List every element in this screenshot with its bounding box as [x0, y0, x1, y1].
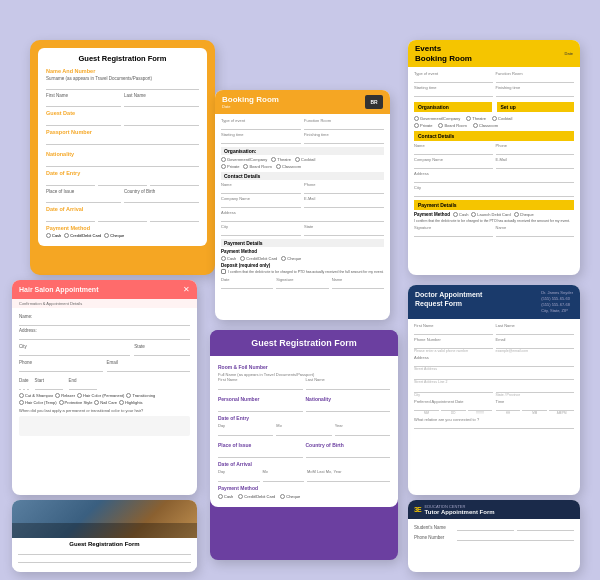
card3-name2-field[interactable] [496, 230, 575, 237]
card7-field1[interactable] [18, 549, 191, 555]
card4-svc-relaxer[interactable]: Relaxer [55, 393, 75, 398]
card5-apt-yyyy[interactable] [468, 404, 493, 411]
card5-address2-field[interactable] [414, 373, 574, 380]
card6-personal-field[interactable] [218, 404, 303, 412]
card1-firstname-field[interactable] [46, 99, 121, 107]
card2-pay-cash[interactable]: Cash [221, 256, 236, 261]
card2-org-private[interactable]: Private [221, 164, 239, 169]
card4-city-field[interactable] [19, 349, 130, 356]
card2-org-theatre[interactable]: Theatre [271, 157, 291, 162]
card2-pay-cheque[interactable]: Cheque [281, 256, 301, 261]
card4-svc-transition[interactable]: Transitioning [126, 393, 155, 398]
card4-svc-protective[interactable]: Protective Style [59, 400, 93, 405]
card5-email-field[interactable] [496, 342, 575, 349]
card4-phone-field[interactable] [19, 365, 103, 372]
card5-time-hh[interactable] [496, 404, 521, 411]
card3-start-field[interactable] [414, 90, 493, 97]
card4-date-mo[interactable] [19, 383, 21, 390]
card3-finish-field[interactable] [496, 90, 575, 97]
card5-lastname-field[interactable] [496, 328, 575, 335]
card6-yr-field[interactable] [335, 428, 390, 436]
card4-email-field[interactable] [107, 365, 191, 372]
card4-svc-nail[interactable]: Nail Care [94, 400, 117, 405]
card3-phone-field[interactable] [496, 148, 575, 155]
card3-function-field[interactable] [496, 76, 575, 83]
card2-address-field[interactable] [221, 215, 384, 222]
card2-deposit-checkbox[interactable] [221, 269, 226, 274]
card1-nationality-field[interactable] [46, 159, 199, 167]
card1-arr-day[interactable] [46, 214, 95, 222]
card1-field1[interactable] [46, 82, 199, 90]
card3-private[interactable]: Private [414, 123, 432, 128]
card1-place-field[interactable] [46, 195, 121, 203]
card6-arr-mo-field[interactable] [263, 474, 305, 482]
card6-pay-cheque[interactable]: Cheque [280, 494, 300, 499]
card1-passport-field[interactable] [46, 137, 199, 145]
card3-pay-cash[interactable]: Cash [453, 212, 468, 217]
card2-org-gov[interactable]: Government/Company [221, 157, 267, 162]
card3-cocktail[interactable]: Cocktail [492, 116, 512, 121]
card5-address-field[interactable] [414, 360, 574, 367]
card4-textarea[interactable] [19, 416, 190, 436]
card4-date-dd[interactable] [23, 383, 25, 390]
card3-address-field[interactable] [414, 176, 574, 183]
card6-mo-field[interactable] [276, 428, 331, 436]
card1-lastname-field[interactable] [124, 99, 199, 107]
card6-first-field[interactable] [218, 382, 303, 390]
card4-svc-colortemp[interactable]: Hair Color (Temp) [19, 400, 57, 405]
card2-start-field[interactable] [221, 137, 301, 144]
card3-gov[interactable]: Government/Company [414, 116, 460, 121]
card1-pay-cheque[interactable]: Cheque [104, 233, 124, 238]
card2-date2-field[interactable] [221, 282, 273, 289]
card3-theatre[interactable]: Theatre [466, 116, 486, 121]
card3-signature-field[interactable] [414, 230, 493, 237]
card2-event-type-field[interactable] [221, 123, 301, 130]
card1-date-to[interactable] [124, 118, 199, 126]
card2-name-field[interactable] [221, 187, 301, 194]
card8-firstname-field[interactable] [457, 523, 514, 531]
card4-svc-cut[interactable]: Cut & Shampoo [19, 393, 53, 398]
card2-signature-field[interactable] [276, 282, 328, 289]
card2-function-room-field[interactable] [304, 123, 384, 130]
card4-state-field[interactable] [134, 349, 190, 356]
card5-time-mm[interactable] [522, 404, 547, 411]
card1-arr-mo[interactable] [98, 214, 147, 222]
card6-country-field[interactable] [306, 450, 391, 458]
card6-pay-card[interactable]: Credit/Debit Card [238, 494, 275, 499]
card2-company-field[interactable] [221, 201, 301, 208]
card4-date-yr[interactable] [27, 383, 29, 390]
card4-end-field[interactable] [69, 383, 97, 390]
card5-apt-dd[interactable] [441, 404, 466, 411]
card3-pay-debit[interactable]: Launch Debit Card [471, 212, 510, 217]
card5-city-field[interactable] [414, 386, 493, 393]
card7-field2[interactable] [18, 557, 191, 563]
card2-name2-field[interactable] [332, 282, 384, 289]
card5-referred-field[interactable] [414, 422, 574, 429]
card6-day-field[interactable] [218, 428, 273, 436]
card2-phone-field[interactable] [304, 187, 384, 194]
card2-org-classroom[interactable]: Classroom [276, 164, 301, 169]
card2-city-field[interactable] [221, 229, 301, 236]
card6-nationality-field[interactable] [306, 404, 391, 412]
card1-entry-day[interactable] [46, 178, 95, 186]
card3-event-type-field[interactable] [414, 76, 493, 83]
card8-phone-field[interactable] [457, 533, 574, 541]
card4-svc-highlights[interactable]: Highlights [119, 400, 143, 405]
card4-address-field[interactable] [19, 333, 190, 340]
card3-classroom[interactable]: Classroom [473, 123, 498, 128]
card4-name-field[interactable] [19, 319, 190, 326]
card3-company-field[interactable] [414, 162, 493, 169]
card2-org-board[interactable]: Board Room [243, 164, 271, 169]
card5-time-ampm[interactable] [549, 404, 574, 411]
card6-pay-cash[interactable]: Cash [218, 494, 233, 499]
card2-finish-field[interactable] [304, 137, 384, 144]
card2-email-field[interactable] [304, 201, 384, 208]
card3-board[interactable]: Board Room [438, 123, 466, 128]
card1-date-from[interactable] [46, 118, 121, 126]
card1-pay-cash[interactable]: Cash [46, 233, 61, 238]
card2-state-field[interactable] [304, 229, 384, 236]
card6-last-field[interactable] [306, 382, 391, 390]
card5-state-field[interactable] [496, 386, 575, 393]
card3-city-field[interactable] [414, 190, 574, 197]
card3-name-field[interactable] [414, 148, 493, 155]
